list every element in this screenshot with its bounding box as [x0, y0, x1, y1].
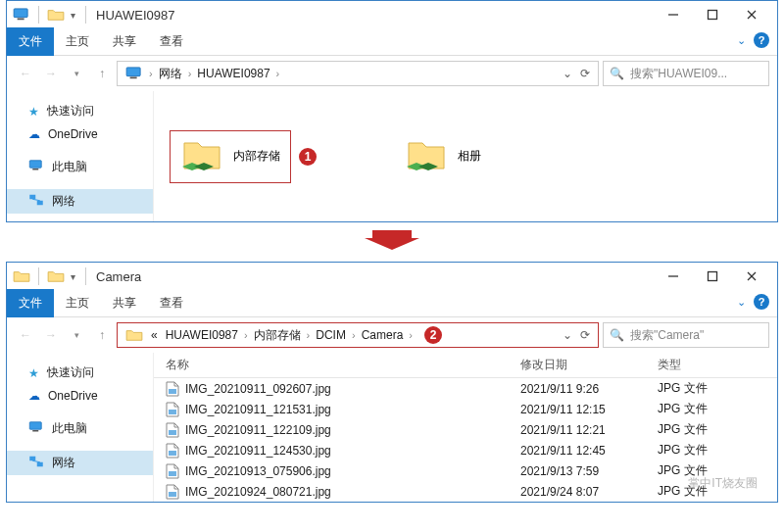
- chevron-down-icon[interactable]: ⌄: [737, 296, 746, 309]
- address-dropdown-icon[interactable]: ⌄: [563, 67, 572, 80]
- breadcrumb[interactable]: 内部存储: [250, 323, 305, 347]
- table-row[interactable]: IMG_20210911_122109.jpg2021/9/11 12:21JP…: [154, 419, 777, 440]
- svg-rect-15: [709, 272, 717, 281]
- star-icon: ★: [28, 105, 39, 119]
- content-pane[interactable]: 内部存储 1 相册: [154, 91, 777, 221]
- back-button[interactable]: ←: [15, 63, 36, 84]
- back-button[interactable]: ←: [15, 324, 36, 346]
- chevron-right-icon[interactable]: ›: [305, 329, 313, 341]
- chevron-right-icon[interactable]: ›: [242, 329, 250, 341]
- close-button[interactable]: [732, 1, 771, 28]
- table-row[interactable]: IMG_20210924_080721.jpg2021/9/24 8:07JPG…: [154, 481, 777, 502]
- tab-view[interactable]: 查看: [148, 27, 195, 56]
- file-name: IMG_20210924_080721.jpg: [185, 485, 331, 499]
- sidebar-item-thispc[interactable]: 此电脑: [7, 155, 153, 179]
- breadcrumb[interactable]: DCIM: [312, 323, 350, 347]
- close-button[interactable]: [732, 263, 771, 290]
- svg-rect-20: [29, 457, 35, 461]
- chevron-right-icon[interactable]: ›: [186, 68, 194, 79]
- folder-internal-storage[interactable]: 内部存储: [170, 130, 291, 183]
- col-date[interactable]: 修改日期: [520, 357, 658, 373]
- minimize-button[interactable]: [654, 263, 693, 290]
- tab-home[interactable]: 主页: [54, 27, 101, 56]
- forward-button[interactable]: →: [40, 63, 62, 84]
- breadcrumb[interactable]: Camera: [358, 323, 408, 347]
- breadcrumb-prefix[interactable]: «: [147, 323, 162, 347]
- network-icon: [28, 194, 44, 209]
- titlebar: ▾ Camera: [7, 263, 777, 290]
- tab-file[interactable]: 文件: [7, 289, 54, 317]
- file-date: 2021/9/11 12:15: [520, 403, 658, 416]
- svg-rect-27: [169, 471, 176, 476]
- tab-file[interactable]: 文件: [7, 27, 54, 56]
- search-icon: 🔍: [610, 328, 624, 342]
- svg-rect-9: [32, 169, 38, 170]
- help-icon[interactable]: ?: [754, 294, 769, 310]
- address-bar[interactable]: › 网络 › HUAWEI0987 › ⌄ ⟳: [117, 61, 599, 86]
- breadcrumb[interactable]: 网络: [155, 62, 186, 85]
- tab-view[interactable]: 查看: [148, 289, 195, 317]
- forward-button[interactable]: →: [40, 324, 62, 346]
- explorer-window-1: ▾ HUAWEI0987 文件 主页 共享 查看 ⌄ ? ← → ▾ ↑ › 网: [6, 0, 778, 222]
- table-row[interactable]: IMG_20210911_121531.jpg2021/9/11 12:15JP…: [154, 399, 777, 419]
- svg-rect-3: [709, 11, 717, 20]
- folder-label: 内部存储: [233, 148, 280, 165]
- file-date: 2021/9/13 7:59: [520, 464, 658, 478]
- search-input[interactable]: 🔍 搜索"HUAWEI09...: [603, 61, 769, 86]
- search-placeholder: 搜索"Camera": [630, 327, 704, 344]
- col-type[interactable]: 类型: [658, 357, 765, 373]
- sidebar-item-label: OneDrive: [48, 389, 98, 403]
- window-title: Camera: [96, 269, 141, 284]
- qat-dropdown-icon[interactable]: ▾: [69, 10, 77, 21]
- chevron-right-icon[interactable]: ›: [274, 68, 282, 79]
- search-input[interactable]: 🔍 搜索"Camera": [603, 322, 769, 348]
- tab-share[interactable]: 共享: [101, 289, 148, 317]
- up-button[interactable]: ↑: [91, 63, 113, 84]
- maximize-button[interactable]: [693, 1, 732, 28]
- qat-dropdown-icon[interactable]: ▾: [69, 271, 77, 282]
- svg-line-12: [32, 199, 40, 201]
- help-icon[interactable]: ?: [754, 32, 769, 48]
- history-dropdown-icon[interactable]: ▾: [66, 63, 87, 84]
- history-dropdown-icon[interactable]: ▾: [66, 324, 87, 346]
- sidebar-item-network[interactable]: 网络: [7, 189, 153, 214]
- address-dropdown-icon[interactable]: ⌄: [563, 328, 572, 342]
- svg-line-22: [32, 460, 40, 462]
- network-folder-icon: [180, 137, 223, 176]
- sidebar-item-onedrive[interactable]: ☁OneDrive: [7, 385, 153, 407]
- col-name[interactable]: 名称: [166, 357, 520, 373]
- sidebar-item-quick[interactable]: ★快速访问: [7, 99, 153, 123]
- sidebar-item-thispc[interactable]: 此电脑: [7, 416, 153, 441]
- tab-share[interactable]: 共享: [101, 27, 148, 56]
- network-icon: [28, 456, 44, 470]
- refresh-icon[interactable]: ⟳: [580, 67, 590, 80]
- callout-badge-1: 1: [299, 148, 317, 166]
- tab-home[interactable]: 主页: [54, 289, 101, 317]
- sidebar-item-network[interactable]: 网络: [7, 451, 153, 475]
- image-file-icon: [166, 484, 179, 500]
- breadcrumb[interactable]: HUAWEI0987: [162, 323, 242, 347]
- address-bar[interactable]: « HUAWEI0987 › 内部存储 › DCIM › Camera › 2 …: [117, 322, 599, 348]
- table-row[interactable]: IMG_20210913_075906.jpg2021/9/13 7:59JPG…: [154, 460, 777, 481]
- svg-rect-19: [32, 430, 38, 432]
- chevron-right-icon[interactable]: ›: [350, 329, 358, 341]
- refresh-icon[interactable]: ⟳: [580, 328, 590, 342]
- table-row[interactable]: IMG_20210911_092607.jpg2021/9/11 9:26JPG…: [154, 378, 777, 399]
- folder-album[interactable]: 相册: [395, 103, 491, 210]
- up-button[interactable]: ↑: [91, 324, 113, 346]
- chevron-right-icon[interactable]: ›: [407, 329, 415, 341]
- sidebar-item-quick[interactable]: ★快速访问: [7, 361, 153, 385]
- table-row[interactable]: IMG_20210911_124530.jpg2021/9/11 12:45JP…: [154, 440, 777, 460]
- sidebar-item-onedrive[interactable]: ☁OneDrive: [7, 123, 153, 145]
- minimize-button[interactable]: [654, 1, 693, 28]
- folder-icon: [47, 267, 65, 285]
- breadcrumb[interactable]: HUAWEI0987: [193, 62, 273, 85]
- file-list[interactable]: 名称 修改日期 类型 IMG_20210911_092607.jpg2021/9…: [154, 353, 777, 502]
- maximize-button[interactable]: [693, 263, 732, 290]
- svg-rect-23: [169, 389, 176, 394]
- svg-rect-6: [126, 68, 140, 76]
- sidebar: ★快速访问 ☁OneDrive 此电脑 网络: [7, 353, 154, 502]
- search-placeholder: 搜索"HUAWEI09...: [630, 66, 727, 82]
- chevron-right-icon[interactable]: ›: [147, 68, 155, 79]
- chevron-down-icon[interactable]: ⌄: [737, 34, 746, 47]
